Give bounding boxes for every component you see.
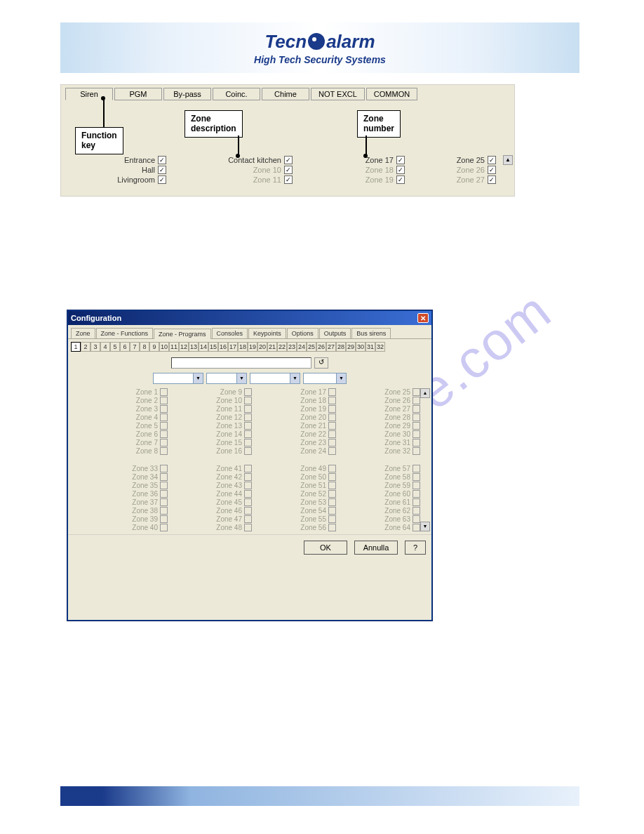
checkbox[interactable] [328,498,336,506]
select-4[interactable]: ▼ [303,373,347,384]
program-tab-30[interactable]: 30 [356,342,365,352]
checkbox[interactable] [160,422,168,430]
program-tab-1[interactable]: 1 [71,342,81,352]
program-tab-4[interactable]: 4 [100,342,110,352]
checkbox[interactable] [412,413,420,421]
checkbox[interactable] [328,397,336,404]
program-tab-12[interactable]: 12 [179,342,189,352]
program-tab-8[interactable]: 8 [140,342,149,352]
select-1[interactable]: ▼ [153,373,203,384]
close-icon[interactable]: ✕ [417,313,429,323]
tab-coinc[interactable]: Coinc. [213,88,260,100]
checkbox[interactable] [160,498,168,506]
checkbox[interactable] [244,498,252,506]
checkbox[interactable] [244,515,252,523]
program-tab-10[interactable]: 10 [159,342,169,352]
checkbox[interactable] [160,490,168,498]
checkbox[interactable]: ✓ [488,176,496,184]
checkbox[interactable] [412,397,420,404]
checkbox[interactable] [412,524,420,531]
checkbox[interactable] [160,515,168,523]
tab-zone-functions[interactable]: Zone - Functions [96,328,154,338]
program-name-input[interactable] [171,357,311,369]
program-tab-6[interactable]: 6 [120,342,130,352]
tab-bus-sirens[interactable]: Bus sirens [351,328,391,338]
checkbox[interactable] [412,447,420,455]
checkbox[interactable] [328,422,336,430]
program-tab-26[interactable]: 26 [316,342,326,352]
checkbox[interactable] [244,430,252,438]
checkbox[interactable] [160,405,168,413]
checkbox[interactable] [328,405,336,413]
checkbox[interactable] [160,430,168,438]
program-tab-9[interactable]: 9 [149,342,159,352]
checkbox[interactable] [328,388,336,396]
checkbox[interactable] [244,413,252,421]
select-2[interactable]: ▼ [206,373,247,384]
program-tab-25[interactable]: 25 [307,342,316,352]
checkbox[interactable] [160,524,168,531]
checkbox[interactable] [328,515,336,523]
ok-button[interactable]: OK [304,541,347,555]
scroll-up-icon[interactable]: ▲ [420,388,430,398]
checkbox[interactable] [328,430,336,438]
program-tab-28[interactable]: 28 [336,342,346,352]
zone-grid-scrollbar[interactable]: ▲ ▼ [420,388,430,531]
program-tab-31[interactable]: 31 [365,342,375,352]
checkbox[interactable] [328,490,336,498]
tab-pgm[interactable]: PGM [114,88,162,100]
program-tab-19[interactable]: 19 [248,342,257,352]
tab-options[interactable]: Options [287,328,318,338]
checkbox[interactable] [244,397,252,404]
checkbox[interactable] [160,465,168,472]
checkbox[interactable] [160,397,168,404]
checkbox[interactable] [244,465,252,472]
checkbox[interactable] [160,447,168,455]
checkbox[interactable] [244,490,252,498]
program-tab-7[interactable]: 7 [130,342,140,352]
checkbox[interactable]: ✓ [488,166,496,174]
checkbox[interactable] [160,473,168,481]
program-tab-13[interactable]: 13 [189,342,199,352]
scroll-up-icon[interactable]: ▲ [503,155,513,165]
select-3[interactable]: ▼ [250,373,300,384]
scroll-down-icon[interactable]: ▼ [420,522,430,531]
cancel-button[interactable]: Annulla [354,541,398,555]
program-tab-29[interactable]: 29 [346,342,356,352]
checkbox[interactable] [244,482,252,489]
tab-keypoints[interactable]: Keypoints [248,328,286,338]
program-tab-27[interactable]: 27 [326,342,336,352]
tab-zone[interactable]: Zone [71,328,95,338]
checkbox[interactable] [244,447,252,455]
tab-consoles[interactable]: Consoles [212,328,248,338]
program-tab-11[interactable]: 11 [169,342,179,352]
checkbox[interactable]: ✓ [396,166,405,174]
tab-outputs[interactable]: Outputs [319,328,351,338]
checkbox[interactable] [244,473,252,481]
checkbox[interactable] [160,413,168,421]
checkbox[interactable] [244,422,252,430]
program-tab-17[interactable]: 17 [228,342,238,352]
checkbox[interactable] [412,422,420,430]
program-tab-2[interactable]: 2 [81,342,90,352]
checkbox[interactable] [412,430,420,438]
tab-bypass[interactable]: By-pass [163,88,211,100]
tab-common[interactable]: COMMON [366,88,417,100]
program-tab-24[interactable]: 24 [297,342,307,352]
program-tab-23[interactable]: 23 [287,342,297,352]
checkbox[interactable] [244,388,252,396]
checkbox[interactable] [412,465,420,472]
checkbox[interactable] [328,465,336,472]
tab-chime[interactable]: Chime [262,88,309,100]
program-tab-22[interactable]: 22 [277,342,287,352]
checkbox[interactable] [412,473,420,481]
program-tab-14[interactable]: 14 [199,342,208,352]
checkbox[interactable] [328,413,336,421]
checkbox[interactable] [160,507,168,515]
checkbox[interactable] [244,405,252,413]
checkbox[interactable] [412,507,420,515]
program-tab-32[interactable]: 32 [375,342,385,352]
program-tab-20[interactable]: 20 [257,342,267,352]
program-tab-15[interactable]: 15 [208,342,218,352]
checkbox[interactable]: ✓ [284,156,293,164]
